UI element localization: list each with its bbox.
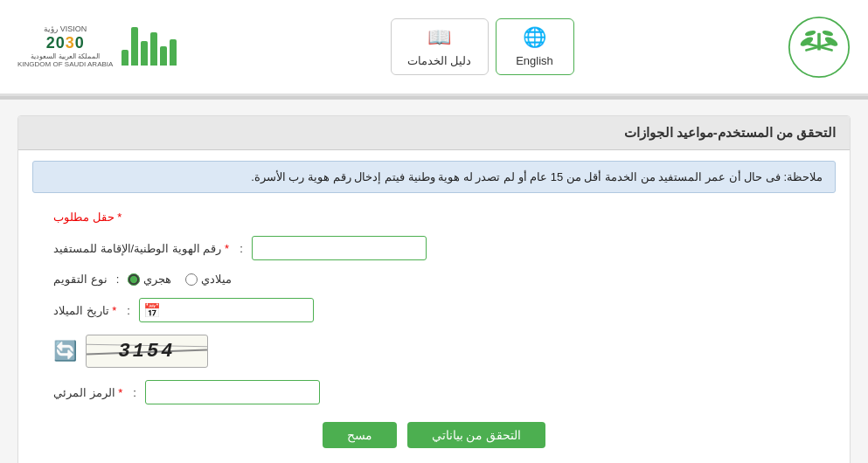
captcha-label: * الرمز المرئي xyxy=(53,386,124,399)
calendar-radio-group: ميلادي هجري xyxy=(128,273,232,286)
english-btn[interactable]: 🌐 English xyxy=(496,18,574,75)
bar3 xyxy=(150,32,157,66)
button-row: التحقق من بياناتي مسح xyxy=(53,422,815,448)
absher-logo xyxy=(122,27,177,66)
miladi-label: ميلادي xyxy=(201,273,232,286)
captcha-colon: : xyxy=(133,386,136,399)
globe-icon: 🌐 xyxy=(523,26,546,49)
hijri-radio[interactable] xyxy=(128,273,140,286)
form-card: التحقق من المستخدم-مواعيد الجوازات ملاحظ… xyxy=(17,115,851,463)
id-label: * رقم الهوية الوطنية/الإقامة للمستفيد xyxy=(53,242,231,255)
services-label: دليل الخدمات xyxy=(407,54,472,67)
clear-button[interactable]: مسح xyxy=(323,422,397,448)
id-required-star: * xyxy=(225,242,229,255)
hijri-label: هجري xyxy=(143,273,171,286)
header-nav: 🌐 English 📖 دليل الخدمات xyxy=(391,18,574,75)
form-title: التحقق من المستخدم-مواعيد الجوازات xyxy=(18,116,850,150)
hijri-radio-label[interactable]: هجري xyxy=(128,273,171,286)
vision-sub: المملكة العربية السعوديةKINGDOM OF SAUDI… xyxy=(17,52,113,69)
captcha-image: 3154 xyxy=(86,335,208,368)
vision-logo: VISION رؤية 2030 المملكة العربية السعودي… xyxy=(17,24,113,69)
calendar-colon: : xyxy=(116,273,120,286)
header: 🌐 English 📖 دليل الخدمات VISION رؤية 203… xyxy=(0,0,868,96)
captcha-input[interactable] xyxy=(145,380,320,404)
english-label: English xyxy=(516,54,553,67)
calendar-row: ميلادي هجري : نوع التقويم xyxy=(53,273,815,286)
absher-bars xyxy=(122,27,177,66)
notice-bar: ملاحظة: فى حال أن عمر المستفيد من الخدمة… xyxy=(32,161,836,193)
captcha-text: 3154 xyxy=(119,341,176,363)
id-row: : * رقم الهوية الوطنية/الإقامة للمستفيد xyxy=(53,236,815,260)
dob-required-star: * xyxy=(112,304,116,317)
required-note-row: * حقل مطلوب xyxy=(53,211,815,224)
verify-button[interactable]: التحقق من بياناتي xyxy=(407,422,546,448)
calendar-label: نوع التقويم xyxy=(53,273,108,286)
dob-input[interactable] xyxy=(139,298,314,322)
id-colon: : xyxy=(240,242,243,255)
captcha-input-row: : * الرمز المرئي xyxy=(53,380,815,404)
date-input-wrapper: 📅 xyxy=(139,298,314,322)
miladi-radio[interactable] xyxy=(185,273,198,286)
bar5 xyxy=(131,27,138,66)
id-input[interactable] xyxy=(252,236,427,260)
saudi-emblem xyxy=(788,16,851,79)
main-content: التحقق من المستخدم-مواعيد الجوازات ملاحظ… xyxy=(0,100,868,463)
bar6 xyxy=(122,50,128,66)
required-note: * حقل مطلوب xyxy=(53,211,122,224)
bar2 xyxy=(160,46,167,66)
form-body: * حقل مطلوب : * رقم الهوية الوطنية/الإقا… xyxy=(18,204,850,463)
miladi-radio-label[interactable]: ميلادي xyxy=(185,273,232,286)
book-icon: 📖 xyxy=(427,26,451,49)
header-right xyxy=(788,16,851,79)
dob-colon: : xyxy=(127,304,130,317)
bar1 xyxy=(170,39,177,66)
captcha-required-star: * xyxy=(118,386,122,399)
vision-label: VISION رؤية xyxy=(44,24,87,34)
refresh-captcha-icon[interactable]: 🔄 xyxy=(53,340,77,363)
services-btn[interactable]: 📖 دليل الخدمات xyxy=(391,18,489,75)
dob-label: * تاريخ الميلاد xyxy=(53,304,118,317)
header-left: VISION رؤية 2030 المملكة العربية السعودي… xyxy=(17,24,177,69)
calendar-icon[interactable]: 📅 xyxy=(143,302,161,319)
captcha-display-row: 3154 🔄 xyxy=(53,335,815,368)
bar4 xyxy=(141,41,148,66)
vision-year: 2030 xyxy=(46,34,85,52)
dob-row: 📅 : * تاريخ الميلاد xyxy=(53,298,815,322)
